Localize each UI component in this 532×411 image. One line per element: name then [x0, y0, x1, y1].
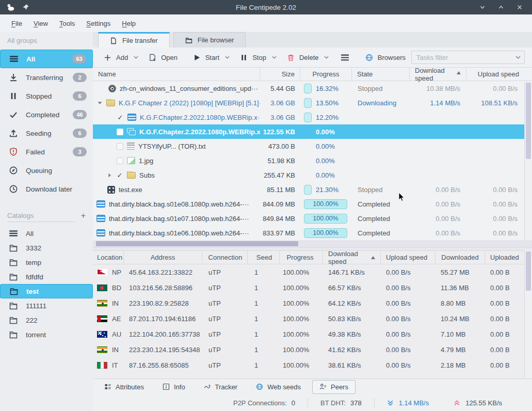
column-header-uploaded[interactable]: Uploaded	[485, 251, 524, 264]
tab-web-seeds[interactable]: Web seeds	[249, 380, 308, 394]
transfer-row[interactable]: K.G.F Chapter 2 (2022) [1080p] [WEBRip] …	[93, 96, 532, 110]
tab-file-transfer[interactable]: File transfer	[98, 32, 170, 48]
chevron-down-icon[interactable]	[512, 51, 524, 64]
browsers-button[interactable]: Browsers	[361, 51, 410, 65]
stop-button[interactable]: Stop	[235, 51, 281, 65]
sidebar-item-download-later[interactable]: Download later	[0, 180, 93, 198]
progress-bar: 100.00%	[304, 214, 347, 224]
transfer-row[interactable]: 1.jpg51.98 KB0.00%	[93, 153, 532, 168]
count-badge: 3	[73, 147, 87, 156]
scrollbar-thumb[interactable]	[526, 251, 531, 291]
sidebar-item-all[interactable]: All63	[0, 50, 93, 68]
column-header-size[interactable]: Size	[260, 68, 300, 81]
column-header-progress[interactable]: Progress	[280, 251, 323, 264]
catalog-item-3332[interactable]: 3332	[0, 241, 93, 255]
peer-row[interactable]: IN223.190.82.9:25828uTP1100.00%64.12 KB/…	[93, 295, 532, 311]
transfer-row[interactable]: test.exe85.11 MB21.30%Stopped0.00 B/s0.0…	[93, 182, 532, 197]
column-header-location[interactable]: Location	[93, 251, 124, 264]
add-button[interactable]: Add	[99, 51, 143, 65]
pin-icon[interactable]	[22, 4, 29, 11]
tab-tracker[interactable]: Tracker	[197, 380, 245, 394]
peer-row[interactable]: NP45.64.163.221:33822uTP1100.00%146.71 K…	[93, 264, 532, 280]
exe-icon	[107, 186, 115, 194]
address-cell: 87.201.170.194:61186	[124, 315, 202, 323]
tab-file-browser[interactable]: File browser	[173, 32, 246, 48]
scrollbar-thumb[interactable]	[96, 241, 298, 246]
transfer-row[interactable]: K.G.F.Chapter.2.2022.1080p.WEBRip.x···12…	[93, 124, 532, 139]
open-button[interactable]: Open	[144, 51, 182, 65]
progress-cell: 0.00%	[300, 143, 352, 150]
column-header-state[interactable]: State	[352, 68, 410, 81]
progress-bar	[304, 185, 312, 195]
column-header-download-speed[interactable]: Download speed	[410, 68, 466, 81]
sidebar-item-seeding[interactable]: Seeding6	[0, 124, 93, 143]
column-header-name[interactable]: Name	[93, 68, 260, 81]
upload-icon	[9, 129, 18, 138]
transfer-row[interactable]: that.dirty.black.bag.s01e08.1080p.web.h2…	[93, 197, 532, 211]
tasks-filter-input[interactable]	[412, 54, 512, 61]
column-header-progress[interactable]: Progress	[300, 68, 352, 81]
state-cell: Stopped	[352, 85, 410, 92]
horizontal-scrollbar[interactable]	[93, 240, 532, 247]
tab-attributes[interactable]: Attributes	[97, 380, 151, 394]
checkbox[interactable]	[117, 143, 123, 150]
catalog-item-111111[interactable]: 111111	[0, 298, 93, 313]
address-cell: 122.104.200.165:37738	[124, 330, 202, 338]
downloaded-cell: 4.79 MB	[436, 346, 485, 354]
catalog-item-fdfdfd[interactable]: fdfdfd	[0, 270, 93, 284]
transfer-row[interactable]: YTSYifyUP... (TOR).txt473.00 B0.00%	[93, 139, 532, 153]
add-catalog-button[interactable]: +	[81, 213, 86, 219]
column-header-seed[interactable]: Seed	[248, 251, 280, 264]
tab-peers[interactable]: Peers	[312, 380, 356, 394]
scrollbar-thumb[interactable]	[526, 83, 531, 159]
start-button[interactable]: Start	[188, 51, 234, 65]
checkbox[interactable]	[117, 157, 123, 164]
vertical-scrollbar[interactable]	[524, 250, 532, 378]
file-name: K.G.F.Chapter.2.2022.1080p.WEBRip.x···	[139, 128, 260, 136]
name-cell: K.G.F Chapter 2 (2022) [1080p] [WEBRip] …	[93, 99, 260, 107]
checkbox[interactable]	[117, 114, 124, 121]
catalog-item-test[interactable]: test	[0, 284, 93, 298]
vertical-scrollbar[interactable]	[524, 82, 532, 240]
transfer-row[interactable]: that.dirty.black.bag.s01e07.1080p.web.h2…	[93, 211, 532, 226]
name-cell: zh-cn_windows_11_consumer_editions_upd··…	[93, 85, 260, 92]
maximize-button[interactable]	[498, 4, 504, 10]
catalog-item-all[interactable]: All	[0, 226, 93, 241]
tab-info[interactable]: Info	[155, 380, 192, 394]
transfer-row[interactable]: zh-cn_windows_11_consumer_editions_upd··…	[93, 81, 532, 96]
menu-item-tools[interactable]: Tools	[54, 17, 80, 30]
catalog-item-temp[interactable]: temp	[0, 255, 93, 270]
checkbox[interactable]	[116, 171, 123, 179]
column-header-address[interactable]: Address	[124, 251, 202, 264]
column-header-upload-speed[interactable]: Upload speed	[466, 68, 524, 81]
column-header-connection[interactable]: Connection	[202, 251, 248, 264]
folderline-icon	[9, 301, 18, 310]
sidebar-item-failed[interactable]: Failed3	[0, 143, 93, 161]
delete-button[interactable]: Delete	[282, 51, 334, 65]
menu-item-settings[interactable]: Settings	[81, 17, 116, 30]
menu-item-help[interactable]: Help	[117, 17, 141, 30]
transfer-row[interactable]: that.dirty.black.bag.s01e06.1080p.web.h2…	[93, 226, 532, 240]
menu-item-file[interactable]: File	[6, 17, 27, 30]
close-button[interactable]	[517, 4, 523, 10]
minimize-button[interactable]	[479, 4, 486, 10]
peer-row[interactable]: AU122.104.200.165:37738uTP1100.00%49.38 …	[93, 326, 532, 342]
column-header-upload-speed[interactable]: Upload speed	[381, 251, 436, 264]
catalog-item-222[interactable]: 222	[0, 313, 93, 327]
more-menu-button[interactable]	[337, 51, 353, 65]
column-header-download-speed[interactable]: Download speed	[323, 251, 381, 264]
peer-row[interactable]: IN223.230.124.195:54348uTP1100.00%41.62 …	[93, 342, 532, 357]
catalog-item-torrent[interactable]: torrent	[0, 327, 93, 342]
peer-row[interactable]: IT87.16.255.68:65085uTP1100.00%38.61 KB/…	[93, 357, 532, 373]
transfer-row[interactable]: Subs255.47 KB0.00%	[93, 168, 532, 182]
peer-row[interactable]: AE87.201.170.194:61186uTP1100.00%50.83 K…	[93, 311, 532, 326]
transfer-row[interactable]: K.G.F.Chapter.2.2022.1080p.WEBRip.x···3.…	[93, 110, 532, 124]
sidebar-item-completed[interactable]: Completed46	[0, 105, 93, 124]
menu-item-view[interactable]: View	[28, 17, 53, 30]
peer-row[interactable]: BD103.216.56.28:58896uTP1100.00%66.57 KB…	[93, 280, 532, 295]
column-header-downloaded[interactable]: Downloaded	[436, 251, 485, 264]
sidebar-item-stopped[interactable]: Stopped6	[0, 87, 93, 105]
sidebar-item-queuing[interactable]: Queuing	[0, 161, 93, 180]
checkbox[interactable]	[117, 129, 123, 135]
sidebar-item-transferring[interactable]: Transferring2	[0, 68, 93, 87]
